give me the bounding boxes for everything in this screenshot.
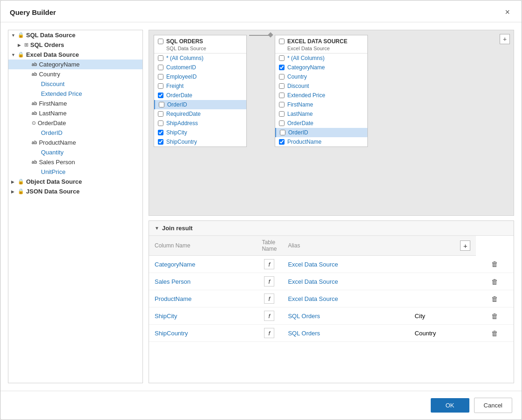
excel-checkbox[interactable]: [279, 39, 285, 44]
table-row[interactable]: CustomerID: [154, 63, 246, 72]
row-checkbox[interactable]: [279, 74, 285, 80]
sql-orders-title: SQL ORDERS: [166, 38, 203, 45]
table-row-selected[interactable]: OrderID: [275, 128, 367, 137]
row-label: RequiredDate: [166, 111, 243, 117]
tree-item-sql-data-source[interactable]: ▼ 🔒 SQL Data Source: [8, 30, 142, 40]
row-checkbox[interactable]: [279, 120, 285, 126]
tree-item-sql-orders[interactable]: ▶ ⊞ SQL Orders: [8, 40, 142, 50]
row-checkbox[interactable]: [280, 130, 285, 135]
row-label: Country: [287, 73, 364, 80]
function-icon[interactable]: f: [264, 311, 274, 321]
table-row[interactable]: Freight: [154, 81, 246, 91]
tree-item-excel-data-source[interactable]: ▼ 🔒 Excel Data Source: [8, 50, 142, 60]
row-checkbox[interactable]: [279, 65, 285, 70]
tree-item-category-name[interactable]: ab CategoryName: [8, 60, 142, 69]
add-table-button[interactable]: +: [500, 34, 510, 44]
table-row[interactable]: LastName: [275, 109, 367, 119]
delete-row-button[interactable]: 🗑: [491, 260, 498, 268]
function-icon[interactable]: f: [264, 276, 274, 287]
tree-item-last-name[interactable]: ab LastName: [8, 108, 142, 118]
row-checkbox[interactable]: [279, 111, 285, 117]
ab-icon: ab: [32, 140, 37, 145]
delete-row-button[interactable]: 🗑: [491, 329, 498, 337]
row-checkbox[interactable]: [279, 139, 285, 145]
table-name-cell: Excel Data Source: [282, 273, 409, 290]
tree-label: SQL Orders: [30, 41, 64, 48]
tree-label: FirstName: [39, 100, 67, 107]
row-checkbox[interactable]: [158, 65, 163, 70]
excel-title: EXCEL DATA SOURCE: [287, 38, 347, 45]
row-checkbox[interactable]: [159, 102, 164, 107]
excel-data-source-table: EXCEL DATA SOURCE Excel Data Source * (A…: [275, 35, 368, 147]
add-row-button[interactable]: +: [460, 240, 470, 251]
row-label: ShipCity: [166, 129, 243, 136]
row-checkbox[interactable]: [158, 74, 163, 80]
tree-item-sales-person[interactable]: ab Sales Person: [8, 157, 142, 167]
table-row[interactable]: ShipAddress: [154, 119, 246, 128]
table-row[interactable]: OrderDate: [154, 91, 246, 100]
tree-item-object-data-source[interactable]: ▶ 🔒 Object Data Source: [8, 177, 142, 187]
right-panel: + SQL ORDERS SQL Data Source: [149, 30, 514, 383]
tree-label: LastName: [39, 110, 67, 117]
ab-icon: ab: [32, 72, 37, 77]
tree-item-discount[interactable]: Discount: [8, 79, 142, 89]
row-checkbox[interactable]: [158, 130, 163, 135]
tree-item-quantity[interactable]: Quantity: [8, 147, 142, 157]
row-label: Freight: [166, 83, 243, 89]
tree-item-unit-price[interactable]: UnitPrice: [8, 167, 142, 177]
function-icon[interactable]: f: [264, 293, 274, 304]
table-row[interactable]: * (All Columns): [275, 53, 367, 63]
table-row-selected[interactable]: OrderID: [154, 100, 246, 109]
row-checkbox[interactable]: [158, 93, 163, 98]
function-icon[interactable]: f: [264, 259, 274, 269]
collapse-arrow-icon[interactable]: ▼: [155, 226, 159, 231]
function-icon[interactable]: f: [264, 328, 274, 338]
row-checkbox[interactable]: [279, 102, 285, 107]
tree-item-order-date[interactable]: ⊙ OrderDate: [8, 118, 142, 128]
table-row[interactable]: Country: [275, 72, 367, 81]
ab-icon: ab: [32, 62, 37, 67]
table-row[interactable]: ShipCountry: [154, 137, 246, 147]
row-label: OrderDate: [287, 120, 364, 127]
ok-button[interactable]: OK: [431, 398, 469, 413]
table-row[interactable]: * (All Columns): [154, 53, 246, 63]
table-row[interactable]: EmployeeID: [154, 72, 246, 81]
table-row[interactable]: ProductName: [275, 137, 367, 147]
table-row[interactable]: Discount: [275, 81, 367, 91]
icon-cell: f: [256, 290, 282, 307]
join-result-row: ShipCity f SQL Orders City 🗑: [149, 307, 514, 325]
cancel-button[interactable]: Cancel: [474, 398, 512, 413]
delete-row-button[interactable]: 🗑: [491, 278, 498, 286]
delete-row-button[interactable]: 🗑: [491, 295, 498, 303]
tree-item-json-data-source[interactable]: ▶ 🔒 JSON Data Source: [8, 187, 142, 196]
tree-item-country[interactable]: ab Country: [8, 69, 142, 79]
col-name-header: Column Name: [149, 236, 256, 256]
sql-orders-table-header: SQL ORDERS SQL Data Source: [154, 35, 246, 53]
close-button[interactable]: ×: [502, 7, 512, 17]
tree-item-first-name[interactable]: ab FirstName: [8, 99, 142, 108]
row-checkbox[interactable]: [279, 83, 285, 89]
row-checkbox[interactable]: [279, 55, 285, 61]
row-checkbox[interactable]: [158, 111, 163, 117]
table-row[interactable]: CategoryName: [275, 63, 367, 72]
tree-item-order-id[interactable]: OrderID: [8, 128, 142, 138]
tree-item-extended-price[interactable]: Extended Price: [8, 89, 142, 99]
row-checkbox[interactable]: [158, 139, 163, 145]
column-name-cell: Sales Person: [149, 273, 256, 290]
table-row[interactable]: ShipCity: [154, 128, 246, 137]
delete-row-button[interactable]: 🗑: [491, 312, 498, 320]
row-checkbox[interactable]: [158, 55, 163, 61]
table-row[interactable]: Extended Price: [275, 91, 367, 100]
row-checkbox[interactable]: [279, 93, 285, 98]
table-row[interactable]: RequiredDate: [154, 109, 246, 119]
row-checkbox[interactable]: [158, 120, 163, 126]
table-row[interactable]: OrderDate: [275, 119, 367, 128]
row-label: LastName: [287, 111, 364, 117]
row-checkbox[interactable]: [158, 83, 163, 89]
tree-label: ProductName: [39, 139, 76, 146]
sql-orders-checkbox[interactable]: [158, 39, 163, 44]
tree-item-product-name[interactable]: ab ProductName: [8, 138, 142, 147]
table-row[interactable]: FirstName: [275, 100, 367, 109]
row-label: ProductName: [287, 139, 364, 145]
dialog-header: Query Builder ×: [0, 0, 522, 22]
